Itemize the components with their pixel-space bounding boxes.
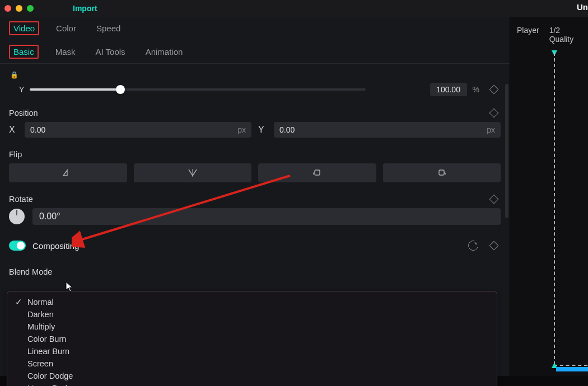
svg-rect-2 <box>439 170 444 175</box>
tab-basic[interactable]: Basic <box>9 45 39 59</box>
scale-y-row: Y 100.00 % <box>9 83 501 96</box>
blend-option-label: Linear Burn <box>27 347 69 356</box>
position-header: Position <box>9 109 501 117</box>
flip-label: Flip <box>9 150 22 159</box>
position-y-suffix: px <box>487 125 495 134</box>
scale-y-label: Y <box>19 85 24 94</box>
position-y-value[interactable]: 0.00 <box>279 125 295 134</box>
keyframe-compositing[interactable] <box>489 241 499 251</box>
compositing-label: Compositing <box>32 241 79 251</box>
rotate-ccw-button[interactable] <box>258 163 376 182</box>
blend-option-label: Color Burn <box>27 335 66 343</box>
scale-y-value[interactable]: 100.00 <box>430 83 467 96</box>
scale-y-unit: % <box>473 85 479 94</box>
blend-option-darken[interactable]: Darken <box>11 308 493 321</box>
position-x-label: X <box>9 125 17 135</box>
compositing-toggle[interactable] <box>9 241 26 251</box>
blend-mode-header: Blend Mode <box>9 267 501 276</box>
position-x-suffix: px <box>237 125 246 134</box>
tab-color[interactable]: Color <box>53 21 80 35</box>
rotate-cw-button[interactable] <box>383 163 501 182</box>
position-y-label: Y <box>258 125 266 135</box>
blend-option-label: Multiply <box>27 322 55 331</box>
inspector-panel: Video Color Speed Basic Mask AI Tools An… <box>0 17 510 376</box>
scrollbar[interactable] <box>505 84 508 218</box>
tab-speed[interactable]: Speed <box>93 21 124 35</box>
flip-header: Flip <box>9 150 501 159</box>
lock-icon[interactable]: 🔒 <box>10 71 18 79</box>
blend-option-linear-burn[interactable]: Linear Burn <box>11 345 493 357</box>
window-controls <box>4 5 34 12</box>
tab-ai-tools[interactable]: AI Tools <box>92 45 129 59</box>
preview-bottom-edge <box>554 365 587 366</box>
keyframe-position[interactable] <box>489 109 499 118</box>
keyframe-scale-y[interactable] <box>489 85 499 95</box>
minimize-window-button[interactable] <box>16 5 22 12</box>
blend-option-linear-dodge[interactable]: Linear Dodge <box>11 382 493 386</box>
blend-mode-label: Blend Mode <box>9 267 52 276</box>
position-y-field[interactable]: Y 0.00 px <box>258 122 501 138</box>
blend-option-multiply[interactable]: Multiply <box>11 321 493 333</box>
blend-option-label: Linear Dodge <box>27 384 76 386</box>
import-button[interactable]: Import <box>67 3 103 14</box>
tab-animation[interactable]: Animation <box>142 45 186 59</box>
blend-option-normal[interactable]: ✓Normal <box>11 296 493 308</box>
reset-compositing-icon[interactable] <box>466 239 480 253</box>
blend-option-color-dodge[interactable]: Color Dodge <box>11 370 493 382</box>
secondary-tabs: Basic Mask AI Tools Animation <box>0 40 510 64</box>
blend-option-label: Darken <box>27 310 54 319</box>
tab-mask[interactable]: Mask <box>52 45 79 59</box>
keyframe-rotate[interactable] <box>489 195 499 204</box>
player-quality[interactable]: 1/2 Quality <box>549 26 584 44</box>
svg-rect-1 <box>315 170 320 175</box>
flip-vertical-button[interactable] <box>134 163 252 182</box>
timeline-clip[interactable] <box>556 367 588 371</box>
close-window-button[interactable] <box>4 5 11 12</box>
position-label: Position <box>9 109 38 117</box>
scale-y-slider[interactable] <box>30 88 366 91</box>
rotate-label: Rotate <box>9 195 33 204</box>
window-title-partial: Un <box>577 2 588 12</box>
flip-horizontal-button[interactable] <box>9 163 127 182</box>
maximize-window-button[interactable] <box>27 5 34 12</box>
primary-tabs: Video Color Speed <box>0 17 510 40</box>
rotate-header: Rotate <box>9 195 501 204</box>
title-bar: Import Un <box>0 0 588 17</box>
preview-area[interactable] <box>510 51 588 376</box>
rotate-dial[interactable] <box>9 209 25 224</box>
blend-option-screen[interactable]: Screen <box>11 357 493 370</box>
playhead-line <box>554 53 555 365</box>
blend-option-label: Screen <box>27 359 53 368</box>
position-x-value[interactable]: 0.00 <box>30 125 45 134</box>
tab-video[interactable]: Video <box>9 21 39 35</box>
player-tab[interactable]: Player <box>517 26 539 44</box>
rotate-value[interactable]: 0.00° <box>32 208 501 225</box>
blend-mode-dropdown[interactable]: ✓NormalDarkenMultiplyColor BurnLinear Bu… <box>7 291 497 386</box>
blend-option-label: Color Dodge <box>27 371 73 380</box>
position-x-field[interactable]: X 0.00 px <box>9 122 251 138</box>
blend-option-color-burn[interactable]: Color Burn <box>11 333 493 345</box>
check-icon: ✓ <box>15 298 23 307</box>
player-panel: Player 1/2 Quality <box>510 17 588 376</box>
blend-option-label: Normal <box>27 298 54 307</box>
